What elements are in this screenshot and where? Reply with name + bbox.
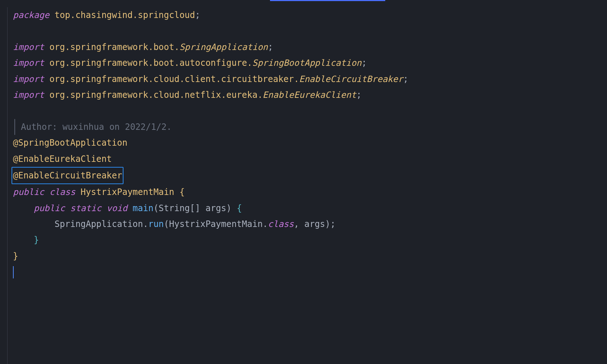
semicolon: ; bbox=[195, 10, 200, 20]
code-line-method-close[interactable]: } bbox=[13, 232, 607, 248]
keyword-import: import bbox=[13, 90, 44, 100]
keyword-package: package bbox=[13, 10, 49, 20]
import-class: EnableCircuitBreaker bbox=[299, 74, 403, 84]
code-line-import-1[interactable]: import org.springframework.boot.SpringAp… bbox=[13, 39, 607, 55]
import-path: org.springframework.cloud.client.circuit… bbox=[49, 74, 299, 84]
keyword-import: import bbox=[13, 74, 44, 84]
editor-gutter[interactable] bbox=[0, 0, 11, 364]
code-line-import-2[interactable]: import org.springframework.boot.autoconf… bbox=[13, 55, 607, 71]
code-line-method-body[interactable]: SpringApplication.run(HystrixPaymentMain… bbox=[13, 216, 607, 232]
code-line-annotation-2[interactable]: @EnableEurekaClient bbox=[13, 151, 607, 167]
gutter-fold-line bbox=[7, 7, 8, 364]
keyword-class: class bbox=[49, 187, 75, 197]
paren-open: ( bbox=[153, 203, 158, 213]
annotation-enablecircuitbreaker: @EnableCircuitBreaker bbox=[13, 170, 122, 181]
code-content-area[interactable]: package top.chasingwind.springcloud; imp… bbox=[11, 0, 607, 364]
param-name: args bbox=[206, 203, 226, 213]
code-line-annotation-1[interactable]: @SpringBootApplication bbox=[13, 135, 607, 151]
keyword-class-ref: class bbox=[268, 219, 294, 229]
paren-open: ( bbox=[164, 219, 169, 229]
import-class: SpringBootApplication bbox=[252, 58, 361, 68]
import-path: org.springframework.boot. bbox=[49, 42, 179, 52]
doc-comment-text: Author: wuxinhua on 2022/1/2. bbox=[21, 122, 172, 132]
call-object: SpringApplication bbox=[55, 219, 143, 229]
code-line-blank bbox=[13, 23, 607, 39]
import-class: EnableEurekaClient bbox=[263, 90, 356, 100]
paren-close: ) bbox=[226, 203, 231, 213]
class-name: HystrixPaymentMain bbox=[81, 187, 174, 197]
code-line-doc-comment[interactable]: Author: wuxinhua on 2022/1/2. bbox=[13, 119, 607, 135]
import-path: org.springframework.cloud.netflix.eureka… bbox=[49, 90, 262, 100]
code-line-blank bbox=[13, 103, 607, 119]
open-brace-inner: { bbox=[237, 203, 242, 213]
code-line-import-3[interactable]: import org.springframework.cloud.client.… bbox=[13, 71, 607, 87]
keyword-import: import bbox=[13, 42, 44, 52]
semicolon: ; bbox=[361, 58, 367, 68]
code-line-package[interactable]: package top.chasingwind.springcloud; bbox=[13, 7, 607, 23]
keyword-import: import bbox=[13, 58, 44, 68]
code-line-class-decl[interactable]: public class HystrixPaymentMain { bbox=[13, 184, 607, 200]
code-line-method-decl[interactable]: public static void main(String[] args) { bbox=[13, 200, 607, 216]
paren-close: ) bbox=[325, 219, 330, 229]
annotation-springbootapplication: @SpringBootApplication bbox=[13, 138, 127, 148]
semicolon: ; bbox=[356, 90, 361, 100]
semicolon: ; bbox=[330, 219, 335, 229]
call-method-run: run bbox=[148, 219, 164, 229]
keyword-public: public bbox=[34, 203, 65, 213]
package-path: top.chasingwind.springcloud bbox=[55, 10, 195, 20]
dot: . bbox=[263, 219, 268, 229]
close-brace-inner: } bbox=[34, 235, 39, 245]
open-brace: { bbox=[179, 187, 184, 197]
param-type: String bbox=[159, 203, 190, 213]
comma: , bbox=[294, 219, 299, 229]
keyword-static: static bbox=[70, 203, 102, 213]
semicolon: ; bbox=[268, 42, 273, 52]
highlighted-selection-box[interactable]: @EnableCircuitBreaker bbox=[12, 167, 123, 184]
annotation-enableeurekaclient: @EnableEurekaClient bbox=[13, 154, 112, 164]
dot: . bbox=[143, 219, 148, 229]
close-brace: } bbox=[13, 251, 18, 261]
call-arg-class: HystrixPaymentMain bbox=[169, 219, 263, 229]
call-arg2: args bbox=[304, 219, 325, 229]
import-path: org.springframework.boot.autoconfigure. bbox=[49, 58, 252, 68]
brackets: [] bbox=[190, 203, 200, 213]
code-line-cursor[interactable] bbox=[13, 264, 607, 280]
code-editor[interactable]: package top.chasingwind.springcloud; imp… bbox=[0, 0, 607, 364]
code-line-class-close[interactable]: } bbox=[13, 248, 607, 264]
text-cursor bbox=[13, 266, 14, 278]
keyword-void: void bbox=[107, 203, 127, 213]
method-name-main: main bbox=[132, 203, 153, 213]
keyword-public: public bbox=[13, 187, 44, 197]
semicolon: ; bbox=[403, 74, 408, 84]
code-line-annotation-3[interactable]: @EnableCircuitBreaker bbox=[13, 167, 607, 184]
code-line-import-4[interactable]: import org.springframework.cloud.netflix… bbox=[13, 87, 607, 103]
import-class: SpringApplication bbox=[179, 42, 268, 52]
